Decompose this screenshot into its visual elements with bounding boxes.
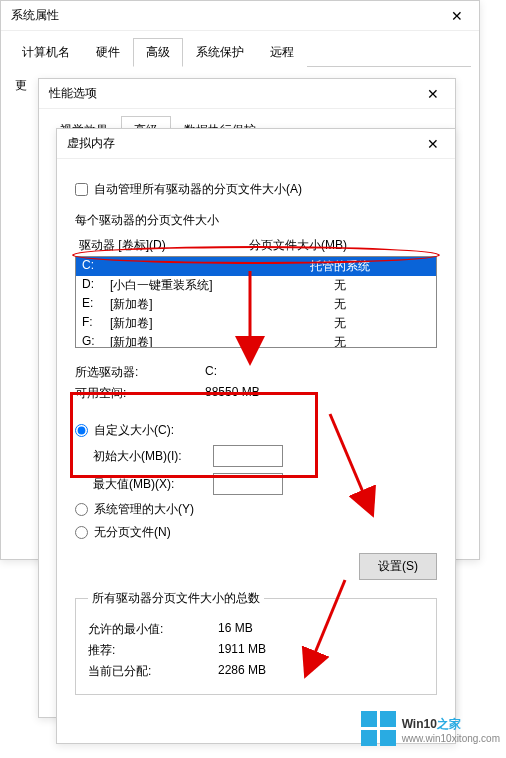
sysprops-titlebar: 系统属性 ✕	[1, 1, 479, 31]
initial-size-row: 初始大小(MB)(I):	[93, 445, 437, 467]
custom-size-radio[interactable]	[75, 424, 88, 437]
drive-letter: F:	[82, 315, 110, 332]
watermark-url: www.win10xitong.com	[402, 733, 500, 744]
auto-manage-label: 自动管理所有驱动器的分页文件大小(A)	[94, 181, 302, 198]
perfopts-title: 性能选项	[49, 85, 97, 102]
perfopts-titlebar: 性能选项 ✕	[39, 79, 455, 109]
free-space-value: 88550 MB	[205, 385, 260, 402]
drive-letter: E:	[82, 296, 110, 313]
watermark: Win10之家 www.win10xitong.com	[361, 711, 500, 746]
totals-legend: 所有驱动器分页文件大小的总数	[88, 590, 264, 607]
free-space-row: 可用空间: 88550 MB	[75, 385, 437, 402]
auto-manage-row: 自动管理所有驱动器的分页文件大小(A)	[75, 181, 437, 198]
system-managed-label: 系统管理的大小(Y)	[94, 501, 194, 518]
no-paging-radio[interactable]	[75, 526, 88, 539]
per-drive-label: 每个驱动器的分页文件大小	[75, 212, 437, 229]
vmem-titlebar: 虚拟内存 ✕	[57, 129, 455, 159]
tab-system-protection[interactable]: 系统保护	[183, 38, 257, 67]
drive-size: 托管的系统	[250, 258, 430, 275]
drive-label: [新加卷]	[110, 315, 250, 332]
initial-size-label: 初始大小(MB)(I):	[93, 448, 213, 465]
no-paging-row: 无分页文件(N)	[75, 524, 437, 541]
min-value: 16 MB	[218, 621, 253, 638]
free-space-label: 可用空间:	[75, 385, 205, 402]
virtual-memory-dialog: 虚拟内存 ✕ 自动管理所有驱动器的分页文件大小(A) 每个驱动器的分页文件大小 …	[56, 128, 456, 744]
sysprops-tabs: 计算机名 硬件 高级 系统保护 远程	[9, 37, 471, 67]
auto-manage-checkbox[interactable]	[75, 183, 88, 196]
min-label: 允许的最小值:	[88, 621, 218, 638]
drive-list-header: 驱动器 [卷标](D) 分页文件大小(MB)	[75, 235, 437, 256]
totals-group: 所有驱动器分页文件大小的总数 允许的最小值: 16 MB 推荐: 1911 MB…	[75, 590, 437, 695]
selected-drive-row: 所选驱动器: C:	[75, 364, 437, 381]
rec-row: 推荐: 1911 MB	[88, 642, 424, 659]
drive-row-d[interactable]: D: [小白一键重装系统] 无	[76, 276, 436, 295]
drive-size: 无	[250, 296, 430, 313]
tab-advanced[interactable]: 高级	[133, 38, 183, 67]
custom-size-label: 自定义大小(C):	[94, 422, 174, 439]
header-drive: 驱动器 [卷标](D)	[79, 237, 249, 254]
rec-value: 1911 MB	[218, 642, 266, 659]
min-row: 允许的最小值: 16 MB	[88, 621, 424, 638]
tab-computer-name[interactable]: 计算机名	[9, 38, 83, 67]
drive-size: 无	[250, 315, 430, 332]
cur-value: 2286 MB	[218, 663, 266, 680]
drive-label: [新加卷]	[110, 334, 250, 348]
drive-letter: D:	[82, 277, 110, 294]
cur-row: 当前已分配: 2286 MB	[88, 663, 424, 680]
drive-label: [新加卷]	[110, 296, 250, 313]
close-icon[interactable]: ✕	[445, 8, 469, 24]
set-button[interactable]: 设置(S)	[359, 553, 437, 580]
custom-size-row: 自定义大小(C):	[75, 422, 437, 439]
watermark-logo-icon	[361, 711, 396, 746]
set-button-row: 设置(S)	[75, 553, 437, 580]
system-managed-radio[interactable]	[75, 503, 88, 516]
drive-row-f[interactable]: F: [新加卷] 无	[76, 314, 436, 333]
size-options: 自定义大小(C): 初始大小(MB)(I): 最大值(MB)(X): 系统管理的…	[75, 406, 437, 549]
sysprops-title: 系统属性	[11, 7, 59, 24]
no-paging-label: 无分页文件(N)	[94, 524, 171, 541]
drive-label	[110, 258, 250, 275]
watermark-text: Win10之家 www.win10xitong.com	[402, 713, 500, 744]
tab-remote[interactable]: 远程	[257, 38, 307, 67]
close-icon[interactable]: ✕	[421, 136, 445, 152]
drive-letter: C:	[82, 258, 110, 275]
max-size-label: 最大值(MB)(X):	[93, 476, 213, 493]
drive-row-e[interactable]: E: [新加卷] 无	[76, 295, 436, 314]
selected-drive-value: C:	[205, 364, 217, 381]
drive-row-g[interactable]: G: [新加卷] 无	[76, 333, 436, 348]
cur-label: 当前已分配:	[88, 663, 218, 680]
initial-size-input[interactable]	[213, 445, 283, 467]
drive-letter: G:	[82, 334, 110, 348]
rec-label: 推荐:	[88, 642, 218, 659]
system-managed-row: 系统管理的大小(Y)	[75, 501, 437, 518]
drive-list[interactable]: C: 托管的系统 D: [小白一键重装系统] 无 E: [新加卷] 无 F: […	[75, 256, 437, 348]
max-size-input[interactable]	[213, 473, 283, 495]
vmem-body: 自动管理所有驱动器的分页文件大小(A) 每个驱动器的分页文件大小 驱动器 [卷标…	[57, 159, 455, 709]
drive-size: 无	[250, 334, 430, 348]
close-icon[interactable]: ✕	[421, 86, 445, 102]
max-size-row: 最大值(MB)(X):	[93, 473, 437, 495]
drive-label: [小白一键重装系统]	[110, 277, 250, 294]
vmem-title: 虚拟内存	[67, 135, 115, 152]
tab-hardware[interactable]: 硬件	[83, 38, 133, 67]
drive-size: 无	[250, 277, 430, 294]
partial-text: 更	[15, 78, 27, 92]
selected-drive-label: 所选驱动器:	[75, 364, 205, 381]
watermark-brand: Win10之家	[402, 713, 500, 733]
drive-row-c[interactable]: C: 托管的系统	[76, 257, 436, 276]
header-size: 分页文件大小(MB)	[249, 237, 347, 254]
